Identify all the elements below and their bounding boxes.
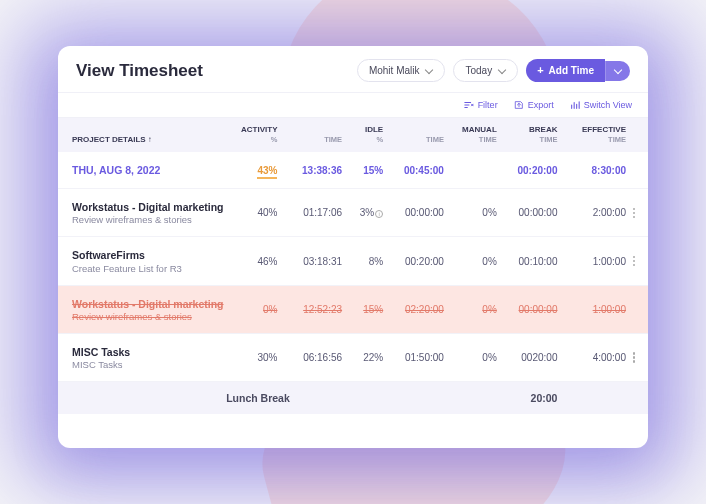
export-button[interactable]: Export (514, 100, 554, 110)
date-dropdown-label: Today (465, 65, 492, 76)
project-name: SoftwareFirms (72, 248, 236, 262)
summary-date: THU, AUG 8, 2022 (72, 163, 236, 177)
table-row: MISC TasksMISC Tasks 30% 06:16:56 22% 01… (58, 334, 648, 382)
export-icon (514, 100, 524, 110)
break-row: Lunch Break 20:00 (58, 382, 648, 414)
chevron-down-icon (425, 67, 433, 75)
summary-idle-time: 00:45:00 (385, 165, 444, 176)
task-name: Create Feature List for R3 (72, 263, 236, 274)
project-name: Workstatus - Digital marketing (72, 297, 236, 311)
col-idle-pct: IDLE% (344, 125, 383, 145)
switch-view-button[interactable]: Switch View (570, 100, 632, 110)
summary-activity-time: 13:38:36 (279, 165, 342, 176)
page-title: View Timesheet (76, 61, 203, 81)
header: View Timesheet Mohit Malik Today + Add T… (58, 46, 648, 92)
summary-effective: 8:30:00 (559, 165, 626, 176)
user-dropdown-label: Mohit Malik (369, 65, 420, 76)
toolbar: Filter Export Switch View (58, 92, 648, 118)
col-effective: EFFECTIVETIME (559, 125, 626, 145)
table-row: Workstatus - Digital marketingReview wir… (58, 189, 648, 237)
break-label: Lunch Break (72, 392, 444, 404)
summary-row: THU, AUG 8, 2022 43% 13:38:36 15% 00:45:… (58, 152, 648, 189)
date-dropdown[interactable]: Today (453, 59, 518, 82)
switch-view-label: Switch View (584, 100, 632, 110)
table-row-deleted: Workstatus - Digital marketingReview wir… (58, 286, 648, 334)
col-idle-time: TIME (385, 125, 444, 145)
row-menu-button[interactable] (628, 256, 640, 267)
filter-label: Filter (478, 100, 498, 110)
table-row: SoftwareFirmsCreate Feature List for R3 … (58, 237, 648, 285)
add-time-label: Add Time (549, 65, 594, 76)
header-controls: Mohit Malik Today + Add Time (357, 59, 630, 82)
project-name: MISC Tasks (72, 345, 236, 359)
chevron-down-icon (498, 67, 506, 75)
task-name: MISC Tasks (72, 359, 236, 370)
timesheet-card: View Timesheet Mohit Malik Today + Add T… (58, 46, 648, 448)
task-name: Review wireframes & stories (72, 214, 236, 225)
export-label: Export (528, 100, 554, 110)
add-time-button-group: + Add Time (526, 59, 630, 82)
col-activity-time: TIME (279, 125, 342, 145)
summary-break: 00:20:00 (499, 165, 558, 176)
col-activity-pct: ACTIVITY% (238, 125, 277, 145)
break-value: 20:00 (499, 392, 558, 404)
task-name: Review wireframes & stories (72, 311, 236, 322)
summary-idle-pct: 15% (344, 165, 383, 176)
chart-icon (570, 100, 580, 110)
add-time-button[interactable]: + Add Time (526, 59, 605, 82)
project-name: Workstatus - Digital marketing (72, 200, 236, 214)
row-menu-button[interactable] (628, 352, 640, 363)
chevron-down-icon (614, 67, 622, 75)
info-icon[interactable]: i (375, 210, 383, 218)
col-break: BREAKTIME (499, 125, 558, 145)
table-header: PROJECT DETAILS ↑ ACTIVITY% TIME IDLE% T… (58, 118, 648, 152)
col-manual: MANUALTIME (446, 125, 497, 145)
summary-activity-pct: 43% (238, 165, 277, 176)
filter-icon (464, 100, 474, 110)
row-menu-button[interactable] (628, 208, 640, 219)
plus-icon: + (537, 65, 543, 76)
col-project[interactable]: PROJECT DETAILS ↑ (72, 125, 236, 145)
user-dropdown[interactable]: Mohit Malik (357, 59, 446, 82)
timesheet-table: PROJECT DETAILS ↑ ACTIVITY% TIME IDLE% T… (58, 118, 648, 448)
add-time-menu-button[interactable] (605, 61, 630, 81)
filter-button[interactable]: Filter (464, 100, 498, 110)
